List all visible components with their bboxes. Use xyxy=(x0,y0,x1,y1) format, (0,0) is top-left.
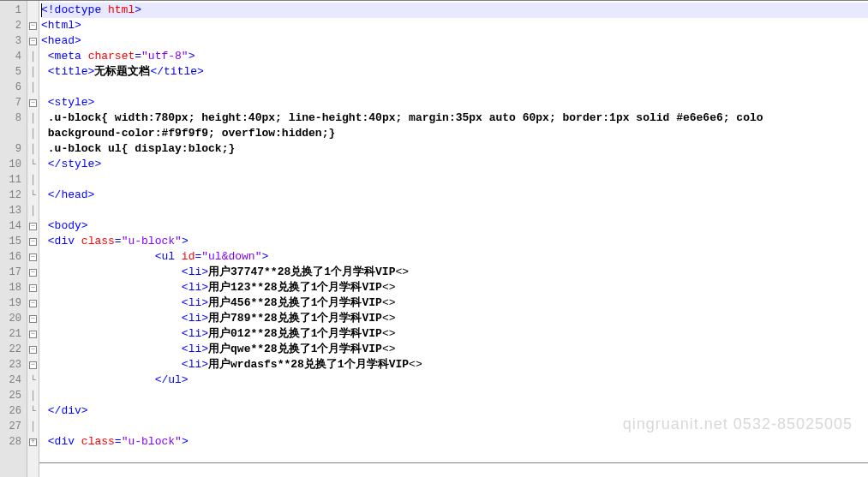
fold-marker[interactable]: − xyxy=(27,265,39,280)
code-token: .u-block{ width:780px; height:40px; line… xyxy=(48,111,763,124)
code-token: <> xyxy=(382,281,396,294)
fold-marker[interactable]: − xyxy=(27,311,39,326)
code-line[interactable]: <meta charset="utf-8"> xyxy=(41,49,868,64)
code-token: class xyxy=(81,235,115,247)
code-line[interactable] xyxy=(41,80,868,95)
line-number: 16 xyxy=(0,249,21,265)
fold-marker[interactable]: − xyxy=(27,95,39,110)
code-token: id xyxy=(182,250,195,263)
code-line[interactable]: <body> xyxy=(41,218,868,234)
line-number: 20 xyxy=(0,311,21,326)
fold-marker[interactable]: + xyxy=(27,434,39,450)
line-number: 4 xyxy=(0,49,21,64)
fold-marker[interactable]: − xyxy=(27,234,39,249)
line-number: 11 xyxy=(0,172,21,188)
line-number: 7 xyxy=(0,95,21,110)
line-number: 22 xyxy=(0,342,21,357)
code-token: </title> xyxy=(150,65,203,78)
code-line[interactable]: <style> xyxy=(41,95,868,110)
line-number: 18 xyxy=(0,280,21,295)
code-line[interactable]: <li>用户789**28兑换了1个月学科VIP<> xyxy=(41,311,868,326)
code-editor[interactable]: 1234567891011121314151617181920212223242… xyxy=(0,0,868,477)
code-line[interactable]: <html> xyxy=(41,18,868,33)
code-token: </div> xyxy=(48,404,88,417)
code-token: <body> xyxy=(48,219,88,232)
code-token: <html> xyxy=(41,19,81,32)
code-area[interactable]: <!doctype html><html><head> <meta charse… xyxy=(39,1,868,477)
fold-marker[interactable]: − xyxy=(27,33,39,49)
code-line[interactable]: <li>用户456**28兑换了1个月学科VIP<> xyxy=(41,295,868,311)
code-line[interactable]: <li>用户qwe**28兑换了1个月学科VIP<> xyxy=(41,342,868,357)
code-line[interactable]: <li>用户37747**28兑换了1个月学科VIP<> xyxy=(41,265,868,280)
line-number: 27 xyxy=(0,419,21,434)
code-token: 用户456**28兑换了1个月学科VIP xyxy=(208,296,382,309)
code-line[interactable] xyxy=(41,203,868,218)
code-line[interactable]: .u-block{ width:780px; height:40px; line… xyxy=(41,110,868,126)
code-token: <li> xyxy=(182,312,208,325)
fold-marker[interactable]: − xyxy=(27,342,39,357)
fold-marker: │ xyxy=(27,141,39,157)
code-line[interactable]: .u-block ul{ display:block;} xyxy=(41,141,868,157)
code-token: 用户37747**28兑换了1个月学科VIP xyxy=(208,265,395,278)
code-line[interactable]: <li>用户123**28兑换了1个月学科VIP<> xyxy=(41,280,868,295)
code-line[interactable]: </ul> xyxy=(41,373,868,388)
code-token: <li> xyxy=(182,343,208,355)
code-token: > xyxy=(189,50,195,63)
fold-marker[interactable]: − xyxy=(27,295,39,311)
code-line[interactable] xyxy=(41,172,868,188)
code-line[interactable] xyxy=(41,388,868,403)
fold-marker[interactable]: − xyxy=(27,249,39,265)
fold-marker[interactable]: − xyxy=(27,218,39,234)
code-token: charset xyxy=(88,50,135,63)
code-line[interactable]: <div class="u-block"> xyxy=(41,434,868,450)
code-line[interactable]: <title>无标题文档</title> xyxy=(41,64,868,80)
code-line[interactable]: </div> xyxy=(41,403,868,419)
fold-marker[interactable]: − xyxy=(27,326,39,342)
code-line[interactable]: <div class="u-block"> xyxy=(41,234,868,249)
code-token: = xyxy=(115,435,122,448)
code-token: 无标题文档 xyxy=(94,65,150,78)
code-line[interactable] xyxy=(41,419,868,434)
line-number: 5 xyxy=(0,64,21,80)
fold-marker[interactable]: − xyxy=(27,18,39,33)
code-line[interactable]: <head> xyxy=(41,33,868,49)
line-number: 25 xyxy=(0,388,21,403)
code-token: > xyxy=(182,435,189,448)
code-token: .u-block ul{ display:block;} xyxy=(48,142,235,155)
fold-marker: └ xyxy=(27,157,39,172)
line-number: 2 xyxy=(0,18,21,33)
fold-marker: └ xyxy=(27,373,39,388)
fold-marker: │ xyxy=(27,172,39,188)
code-line[interactable]: </style> xyxy=(41,157,868,172)
code-line[interactable]: <li>用户wrdasfs**28兑换了1个月学科VIP<> xyxy=(41,357,868,373)
fold-marker[interactable]: − xyxy=(27,357,39,373)
code-token: <li> xyxy=(182,296,208,309)
code-token: <!doctype xyxy=(41,3,108,16)
line-number: 6 xyxy=(0,80,21,95)
code-token: > xyxy=(135,3,141,16)
code-token: <li> xyxy=(182,358,208,371)
code-line[interactable]: <ul id="ul&down"> xyxy=(41,249,868,265)
text-caret xyxy=(41,3,42,17)
line-number: 3 xyxy=(0,33,21,49)
line-number-gutter: 1234567891011121314151617181920212223242… xyxy=(0,1,27,477)
fold-marker xyxy=(27,3,39,18)
code-token: <title> xyxy=(48,65,95,78)
fold-column[interactable]: −−│││−│││└│└│−−−−−−−−−−└│└│+ xyxy=(27,1,39,477)
code-token: </style> xyxy=(48,158,101,170)
code-token: > xyxy=(182,235,189,247)
code-line[interactable]: <!doctype html> xyxy=(41,3,868,18)
code-token: 用户wrdasfs**28兑换了1个月学科VIP xyxy=(208,358,409,371)
fold-marker[interactable]: − xyxy=(27,280,39,295)
line-number: 1 xyxy=(0,3,21,18)
line-number: 9 xyxy=(0,141,21,157)
code-token: <> xyxy=(395,265,409,278)
code-line[interactable]: </head> xyxy=(41,188,868,203)
line-number: 14 xyxy=(0,218,21,234)
code-token: 用户123**28兑换了1个月学科VIP xyxy=(208,281,382,294)
code-line[interactable]: <li>用户012**28兑换了1个月学科VIP<> xyxy=(41,326,868,342)
code-line[interactable]: background-color:#f9f9f9; overflow:hidde… xyxy=(41,126,868,141)
code-token: <> xyxy=(382,312,396,325)
code-token: background-color:#f9f9f9; overflow:hidde… xyxy=(48,127,335,140)
line-number: 13 xyxy=(0,203,21,218)
